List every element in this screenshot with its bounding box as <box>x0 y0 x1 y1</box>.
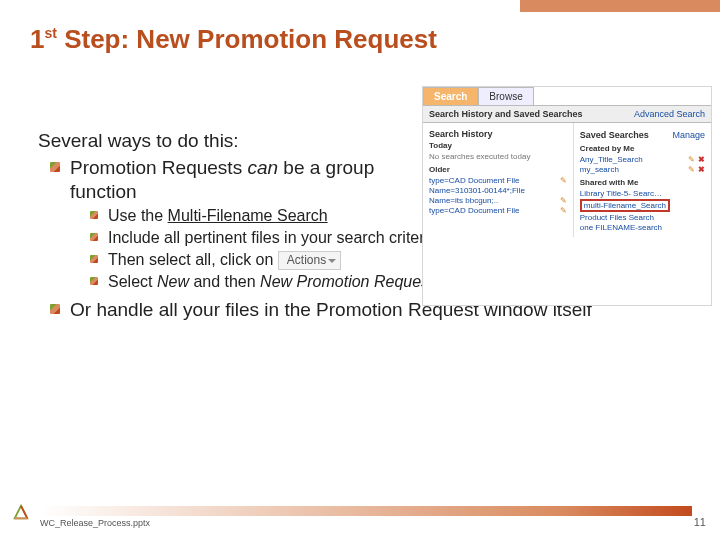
bullet-group-function: Promotion Requests can be a group functi… <box>50 156 420 204</box>
bar-title: Search History and Saved Searches <box>429 109 583 119</box>
history-row[interactable]: type=CAD Document File <box>429 206 519 215</box>
tab-search[interactable]: Search <box>423 87 478 105</box>
slide-title: 1st Step: New Promotion Request <box>30 24 437 55</box>
footer: WC_Release_Process.pptx 11 <box>0 506 720 530</box>
logo-icon <box>12 504 30 522</box>
edit-icon[interactable]: ✎ <box>560 196 567 205</box>
inset-screenshot: Search Browse Search History and Saved S… <box>422 86 712 306</box>
edit-icon[interactable]: ✎ <box>688 155 695 164</box>
history-row[interactable]: Name=310301-00144*;File <box>429 186 525 195</box>
col-search-history: Search History Today No searches execute… <box>423 123 574 237</box>
footer-filename: WC_Release_Process.pptx <box>40 518 150 528</box>
saved-search-row[interactable]: my_search <box>580 165 619 174</box>
tab-browse[interactable]: Browse <box>478 87 533 105</box>
tab-row: Search Browse <box>423 87 711 105</box>
section-saved-searches: Saved Searches <box>580 130 649 140</box>
text-ital: New Promotion Request <box>260 273 433 290</box>
saved-search-highlighted[interactable]: multi-Filename_Search <box>580 199 670 212</box>
edit-icon[interactable]: ✎ <box>688 165 695 174</box>
manage-link[interactable]: Manage <box>672 130 705 140</box>
header-accent-bar <box>520 0 720 12</box>
text: Promotion Requests <box>70 157 247 178</box>
text: Select <box>108 273 157 290</box>
text-ital: can <box>247 157 278 178</box>
heading-older: Older <box>429 165 567 174</box>
heading-today: Today <box>429 141 567 150</box>
advanced-search-link[interactable]: Advanced Search <box>634 109 705 119</box>
actions-label: Actions <box>287 253 326 267</box>
footer-page-number: 11 <box>694 516 706 528</box>
saved-search-row[interactable]: Any_Title_Search <box>580 155 643 164</box>
title-step-suffix: st <box>44 25 56 41</box>
text: and then <box>189 273 260 290</box>
saved-search-row[interactable]: one FILENAME-search <box>580 223 662 232</box>
columns: Search History Today No searches execute… <box>423 123 711 237</box>
title-text: Step: New Promotion Request <box>57 24 437 54</box>
edit-icon[interactable]: ✎ <box>560 176 567 185</box>
bar: Search History and Saved Searches Advanc… <box>423 105 711 123</box>
delete-icon[interactable]: ✖ <box>698 165 705 174</box>
bullet-include-files: Include all pertinent files in your sear… <box>90 228 450 248</box>
edit-icon[interactable]: ✎ <box>560 206 567 215</box>
title-step-num: 1 <box>30 24 44 54</box>
delete-icon[interactable]: ✖ <box>698 155 705 164</box>
saved-search-row[interactable]: Library Title-5- Searc… <box>580 189 662 198</box>
footer-gradient <box>40 506 692 516</box>
history-row[interactable]: type=CAD Document File <box>429 176 519 185</box>
actions-dropdown[interactable]: Actions <box>278 251 341 270</box>
section-search-history: Search History <box>429 129 567 139</box>
col-saved-searches: Saved SearchesManage Created by Me Any_T… <box>574 123 711 237</box>
text: Then select all, click on <box>108 251 278 268</box>
text: Use the <box>108 207 168 224</box>
today-empty: No searches executed today <box>429 152 567 161</box>
saved-search-row[interactable]: Product Files Search <box>580 213 654 222</box>
slide: 1st Step: New Promotion Request Several … <box>0 0 720 540</box>
heading-shared-with-me: Shared with Me <box>580 178 705 187</box>
heading-created-by-me: Created by Me <box>580 144 705 153</box>
multi-filename-search-link[interactable]: Multi-Filename Search <box>168 207 328 224</box>
text-ital: New <box>157 273 189 290</box>
history-row[interactable]: Name=its bbcgun;.. <box>429 196 498 205</box>
